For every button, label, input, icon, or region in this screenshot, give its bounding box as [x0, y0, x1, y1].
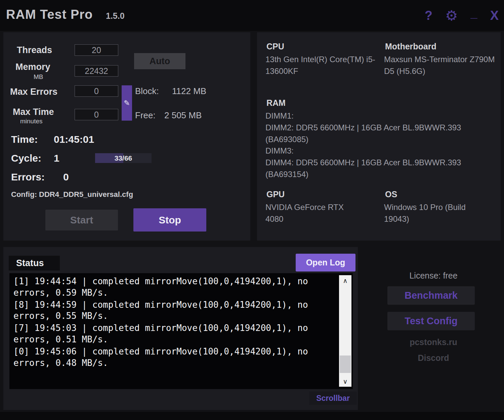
close-icon[interactable]: X [490, 8, 499, 23]
motherboard-label: Motherboard [385, 42, 436, 51]
log-area[interactable]: [1] 19:44:54 | completed mirrorMove(100,… [9, 273, 353, 389]
cycle-progress-bar: 33/66 [95, 153, 152, 163]
test-config-button[interactable]: Test Config [387, 312, 475, 330]
free-label: Free: [135, 110, 156, 121]
stop-button[interactable]: Stop [133, 208, 206, 232]
errors-value: 0 [63, 171, 69, 183]
ram-dimm2: DIMM2: DDR5 6600MHz | 16GB Acer BL.9BWWR… [265, 122, 489, 145]
time-label: Time: [11, 134, 38, 145]
log-line: [1] 19:44:54 | completed mirrorMove(100,… [13, 276, 318, 299]
log-scrollbar[interactable]: ∧ ∨ [339, 275, 351, 387]
app-window: RAM Test Pro 1.5.0 ? ⚙ _ X Threads Auto … [0, 0, 504, 420]
status-panel: Status Open Log [1] 19:44:54 | completed… [3, 247, 358, 410]
log-text: [1] 19:44:54 | completed mirrorMove(100,… [13, 276, 318, 369]
ram-dimm3: DIMM3: [265, 145, 489, 157]
minimize-icon[interactable]: _ [471, 6, 477, 25]
scroll-down-icon[interactable]: ∨ [339, 376, 351, 387]
cpu-label: CPU [266, 42, 284, 51]
log-line: [0] 19:45:06 | completed mirrorMove(100,… [13, 346, 318, 369]
bottom-strip [0, 412, 504, 420]
scrollbar-label: Scrollbar [309, 391, 357, 405]
max-time-input[interactable] [75, 109, 118, 120]
time-value: 01:45:01 [54, 134, 94, 145]
scroll-up-icon[interactable]: ∧ [339, 275, 351, 286]
status-header: Status [9, 256, 60, 270]
free-value: 2 505 MB [164, 110, 202, 121]
auto-button[interactable]: Auto [134, 53, 185, 69]
ram-label: RAM [266, 98, 286, 108]
os-value: Windows 10 Pro (Build 19043) [384, 202, 485, 225]
cycle-label: Cycle: [11, 153, 41, 164]
open-log-button[interactable]: Open Log [296, 254, 355, 271]
system-info-panel: CPU 13th Gen Intel(R) Core(TM) i5-13600K… [257, 32, 501, 241]
block-value: 1122 MB [172, 86, 206, 96]
log-line: [7] 19:45:03 | completed mirrorMove(100,… [13, 323, 318, 345]
memory-unit-label: MB [34, 73, 43, 81]
config-panel: Threads Auto Memory MB Max Errors ✎ Bloc… [3, 32, 250, 241]
discord-link[interactable]: Discord [370, 353, 497, 363]
cycle-value: 1 [54, 153, 59, 164]
block-label: Block: [135, 86, 159, 96]
app-title: RAM Test Pro [6, 7, 93, 22]
benchmark-button[interactable]: Benchmark [387, 286, 475, 305]
pencil-icon: ✎ [124, 99, 130, 108]
gpu-label: GPU [266, 190, 285, 199]
title-bar: RAM Test Pro 1.5.0 ? ⚙ _ X [0, 0, 504, 31]
errors-label: Errors: [11, 171, 45, 183]
motherboard-value: Maxsun MS-Terminator Z790M D5 (H5.6G) [384, 54, 495, 77]
threads-label: Threads [17, 45, 52, 55]
ram-dimm4: DIMM4: DDR5 6600MHz | 16GB Acer BL.9BWWR… [265, 157, 489, 180]
ram-value: DIMM1: DIMM2: DDR5 6600MHz | 16GB Acer B… [265, 110, 489, 180]
log-line: [8] 19:44:59 | completed mirrorMove(100,… [13, 299, 318, 322]
os-label: OS [385, 190, 397, 199]
memory-label: Memory [15, 62, 50, 72]
app-version: 1.5.0 [106, 11, 125, 21]
gpu-value: NVIDIA GeForce RTX 4080 [265, 202, 353, 225]
cycle-progress-text: 33/66 [95, 153, 152, 163]
memory-input[interactable] [75, 65, 118, 77]
max-time-unit-label: minutes [20, 118, 43, 125]
pcstonks-link[interactable]: pcstonks.ru [370, 337, 497, 347]
settings-gear-icon[interactable]: ⚙ [445, 7, 458, 24]
scrollbar-thumb[interactable] [340, 355, 351, 373]
max-errors-label: Max Errors [10, 87, 57, 97]
max-time-label: Max Time [13, 107, 54, 117]
license-text: License: free [370, 271, 497, 281]
start-button[interactable]: Start [45, 210, 118, 230]
ram-dimm1: DIMM1: [265, 110, 489, 122]
edit-values-bar[interactable]: ✎ [122, 85, 132, 121]
config-file-line: Config: DDR4_DDR5_universal.cfg [11, 190, 133, 199]
threads-input[interactable] [75, 44, 118, 56]
max-errors-input[interactable] [75, 85, 118, 97]
cpu-value: 13th Gen Intel(R) Core(TM) i5-13600KF [265, 54, 376, 77]
help-icon[interactable]: ? [425, 8, 432, 23]
